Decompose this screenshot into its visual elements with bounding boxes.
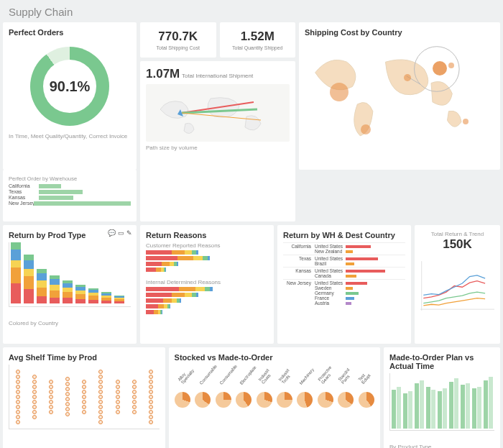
edit-icon[interactable]: ✎: [126, 229, 132, 237]
caption: By Product Type: [389, 444, 494, 448]
panel-total-return-trend: Total Return & Trend 150K: [415, 225, 500, 344]
panel-shelf-time: Avg Shelf Time by Prod: [3, 347, 165, 448]
stacked-bar-chart[interactable]: [9, 242, 131, 307]
pie-multiples[interactable]: [175, 392, 374, 408]
panel-header: Avg Shelf Time by Prod: [9, 353, 160, 362]
grouped-bar-chart[interactable]: [389, 373, 494, 431]
grid-bar-chart[interactable]: CaliforniaUnited StatesNew ZealandTexasU…: [283, 242, 405, 306]
panel-header: Made-to-Order Plan vs Actual Time: [389, 353, 494, 370]
panel-header: Return Reasons: [146, 231, 268, 239]
caption: Colored by Country: [9, 320, 131, 326]
panel-return-by-wh: Return by WH & Dest Country CaliforniaUn…: [277, 225, 411, 344]
hbar-customer[interactable]: [146, 250, 268, 272]
hbar-internal[interactable]: [146, 287, 268, 314]
panel-return-by-type: Return by Prod Type 💬 ▭ ✎ Colored by Cou…: [3, 225, 137, 344]
donut-chart[interactable]: 90.1%: [30, 47, 109, 126]
kpi-value: 150K: [420, 237, 494, 252]
mini-bar-row[interactable]: Texas: [9, 189, 131, 194]
panel-perfect-orders: Perfect Orders 90.1% In Time, Meet Quali…: [3, 22, 137, 170]
panel-header: Return by WH & Dest Country: [283, 231, 405, 239]
page-title: Supply Chain: [3, 3, 500, 22]
mini-bar-row[interactable]: California: [9, 183, 131, 188]
panel-header: Perfect Order by Warehouse: [9, 175, 131, 182]
panel-header: Shipping Cost by Country: [305, 28, 494, 37]
sub-header: Internal Determined Reasons: [146, 279, 268, 285]
panel-stocked-vs-mto: Stocked vs Made-to-Order Alloy Specialty…: [169, 347, 380, 448]
strip-plot[interactable]: [9, 365, 160, 429]
panel-mto-plan-actual: Made-to-Order Plan vs Actual Time By Pro…: [384, 347, 500, 448]
kpi-shipping-cost: 770.7KTotal Shipping Cost: [140, 22, 216, 58]
sub-header: Customer Reported Reasons: [146, 242, 268, 249]
panel-header: Stocked vs Made-to-Order: [175, 353, 374, 362]
panel-header: Perfect Orders: [9, 28, 131, 37]
line-chart[interactable]: [420, 252, 494, 320]
panel-header: Total Return & Trend: [420, 231, 494, 237]
layers-icon[interactable]: ▭: [118, 229, 124, 237]
mini-bar-row[interactable]: New Jersey: [9, 201, 131, 206]
panel-intl-shipment: 1.07M Total International Shipment Path …: [140, 61, 295, 221]
comment-icon[interactable]: 💬: [108, 229, 116, 237]
mini-bar-row[interactable]: Kansas: [9, 195, 131, 200]
path-map[interactable]: [146, 84, 290, 142]
panel-return-reasons: Return Reasons Customer Reported Reasons…: [140, 225, 274, 344]
panel-shipping-cost-map: Shipping Cost by Country: [299, 22, 500, 170]
panel-perfect-by-wh: Perfect Order by Warehouse CaliforniaTex…: [3, 170, 137, 221]
kpi-quantity: 1.52MTotal Quantity Shipped: [220, 22, 296, 58]
caption: Path size by volume: [146, 145, 290, 151]
caption: In Time, Meet Quality/Quantity, Correct …: [9, 133, 131, 140]
world-map[interactable]: [305, 40, 494, 162]
